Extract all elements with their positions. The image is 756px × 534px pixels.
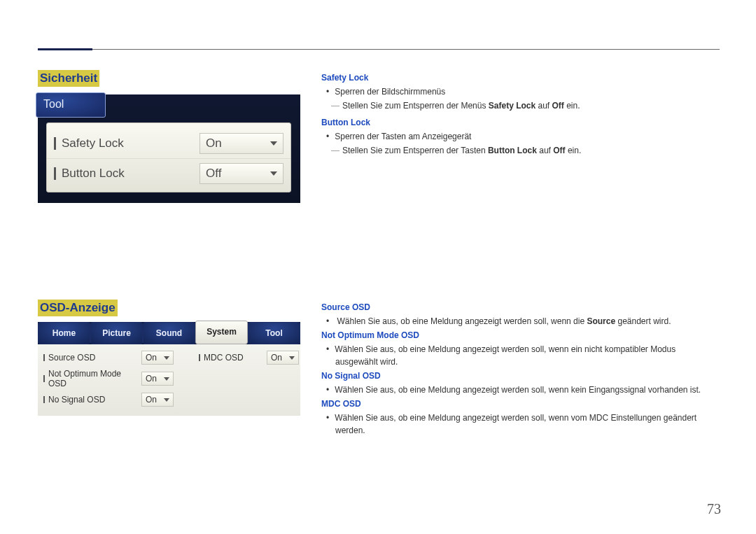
bullet-text: Sperren der Tasten am Anzeigegerät [335, 130, 719, 143]
osd-row-safety-lock: Safety Lock On [47, 129, 290, 158]
text: geändert wird. [615, 316, 671, 326]
select-value: On [271, 353, 282, 363]
bullet-text: Sperren der Bildschirmmenüs [335, 85, 719, 98]
bold-text: Off [553, 146, 565, 155]
bold-text: Safety Lock [489, 101, 536, 111]
bold-text: Source [587, 316, 615, 326]
tab-sound[interactable]: Sound [143, 322, 195, 344]
horizontal-rule [38, 49, 720, 50]
osd-body: Source OSD On MDC OSD On Not Optimum Mod… [38, 344, 300, 416]
chevron-down-icon [164, 377, 169, 381]
osd-body: Safety Lock On Button Lock Off [46, 122, 291, 192]
subnote-text: Stellen Sie zum Entsperren der Menüs Saf… [342, 99, 719, 112]
no-signal-select[interactable]: On [141, 393, 174, 407]
label-text: Not Optimum Mode OSD [48, 369, 141, 388]
row-marker-icon [199, 354, 200, 361]
label-text: MDC OSD [204, 353, 244, 363]
row-label-not-optimum: Not Optimum Mode OSD [43, 369, 141, 388]
tab-picture[interactable]: Picture [90, 322, 143, 344]
tab-system[interactable]: System [195, 321, 248, 344]
select-value: On [206, 136, 222, 150]
bullet-text: Wählen Sie aus, ob eine Meldung angezeig… [335, 315, 719, 328]
heading-no-signal: No Signal OSD [321, 370, 719, 382]
page-number: 73 [707, 501, 721, 517]
label-text: No Signal OSD [48, 395, 105, 405]
safety-osd-panel: Tool Safety Lock On Button Lock Off [38, 94, 300, 203]
row-label: Safety Lock [62, 136, 200, 150]
source-osd-select[interactable]: On [141, 351, 174, 365]
chevron-down-icon [289, 356, 295, 360]
section1-description: Safety Lock Sperren der Bildschirmmenüs … [321, 70, 719, 161]
subnote-text: Stellen Sie zum Entsperren der Tasten Bu… [342, 144, 719, 157]
row-label-no-signal: No Signal OSD [43, 395, 141, 405]
select-value: On [146, 374, 157, 384]
section-title-osd-anzeige: OSD-Anzeige [38, 300, 118, 316]
row-label-mdc-osd: MDC OSD [193, 353, 267, 363]
chevron-down-icon [164, 398, 169, 402]
chevron-down-icon [164, 356, 169, 360]
select-value: On [146, 395, 157, 405]
row-marker-icon [43, 354, 45, 361]
not-optimum-select[interactable]: On [141, 372, 174, 386]
select-value: Off [206, 167, 221, 181]
text: ein. [564, 101, 580, 111]
heading-safety-lock: Safety Lock [321, 71, 719, 84]
accent-bar [38, 48, 92, 50]
osd-tabbar: Home Picture Sound System Tool [38, 322, 300, 344]
row-marker-icon [43, 396, 45, 403]
button-lock-select[interactable]: Off [200, 163, 284, 184]
row-marker-icon [43, 375, 45, 382]
mdc-osd-select[interactable]: On [267, 351, 299, 365]
label-text: Source OSD [48, 353, 95, 363]
tab-home[interactable]: Home [38, 322, 90, 344]
text: Wählen Sie aus, ob eine Meldung angezeig… [337, 316, 587, 326]
text: Stellen Sie zum Entsperren der Tasten [342, 146, 488, 155]
osd-row-button-lock: Button Lock Off [47, 158, 290, 188]
tab-tool[interactable]: Tool [248, 322, 300, 344]
select-value: On [146, 353, 157, 363]
text: Stellen Sie zum Entsperren der Menüs [342, 101, 489, 111]
bold-text: Button Lock [488, 146, 537, 155]
heading-not-optimum: Not Optimum Mode OSD [321, 329, 719, 342]
text: auf [537, 146, 553, 155]
heading-button-lock: Button Lock [321, 116, 719, 129]
osd-anzeige-panel: Home Picture Sound System Tool Source OS… [38, 322, 300, 416]
bullet-text: Wählen Sie aus, ob eine Meldung angezeig… [335, 343, 719, 368]
row-label-source-osd: Source OSD [43, 353, 141, 363]
osd-tab-tool[interactable]: Tool [36, 92, 106, 118]
row-label: Button Lock [62, 167, 200, 181]
bullet-text: Wählen Sie aus, ob eine Meldung angezeig… [335, 412, 719, 437]
chevron-down-icon [270, 141, 277, 146]
row-marker-icon [54, 137, 56, 150]
heading-source-osd: Source OSD [321, 301, 719, 314]
section2-description: Source OSD Wählen Sie aus, ob eine Meldu… [321, 300, 719, 438]
safety-lock-select[interactable]: On [200, 133, 284, 154]
bullet-text: Wählen Sie aus, ob eine Meldung angezeig… [335, 384, 719, 396]
section-title-sicherheit: Sicherheit [38, 70, 99, 87]
chevron-down-icon [270, 171, 277, 176]
bold-text: Off [552, 101, 564, 111]
text: ein. [566, 146, 582, 155]
heading-mdc-osd: MDC OSD [321, 398, 719, 410]
text: auf [536, 101, 552, 111]
row-marker-icon [54, 167, 56, 180]
